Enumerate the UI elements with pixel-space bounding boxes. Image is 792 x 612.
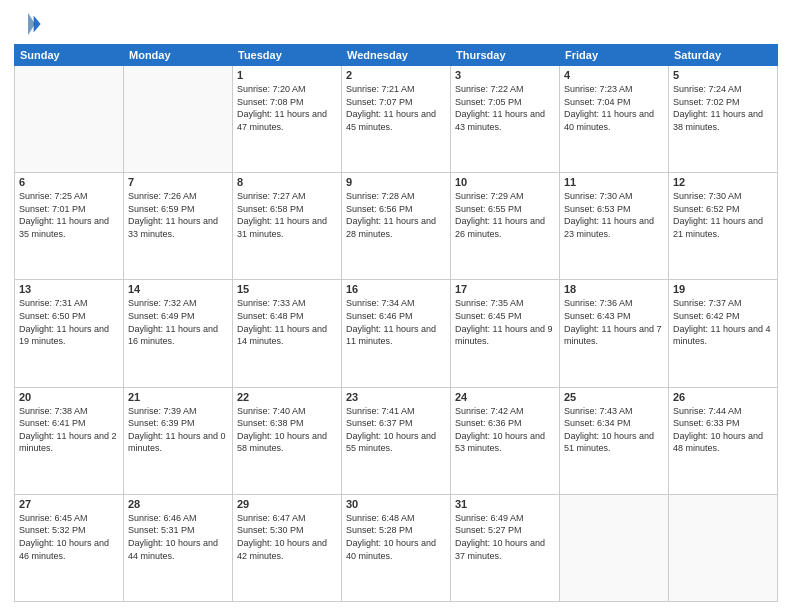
day-info: Sunrise: 7:28 AM Sunset: 6:56 PM Dayligh… bbox=[346, 190, 446, 240]
calendar-cell: 7Sunrise: 7:26 AM Sunset: 6:59 PM Daylig… bbox=[124, 173, 233, 280]
day-info: Sunrise: 7:37 AM Sunset: 6:42 PM Dayligh… bbox=[673, 297, 773, 347]
day-number: 26 bbox=[673, 391, 773, 403]
calendar-cell: 28Sunrise: 6:46 AM Sunset: 5:31 PM Dayli… bbox=[124, 494, 233, 601]
day-number: 17 bbox=[455, 283, 555, 295]
day-info: Sunrise: 7:41 AM Sunset: 6:37 PM Dayligh… bbox=[346, 405, 446, 455]
calendar-cell: 14Sunrise: 7:32 AM Sunset: 6:49 PM Dayli… bbox=[124, 280, 233, 387]
day-number: 5 bbox=[673, 69, 773, 81]
day-number: 19 bbox=[673, 283, 773, 295]
calendar-cell: 23Sunrise: 7:41 AM Sunset: 6:37 PM Dayli… bbox=[342, 387, 451, 494]
calendar-cell: 17Sunrise: 7:35 AM Sunset: 6:45 PM Dayli… bbox=[451, 280, 560, 387]
day-info: Sunrise: 7:43 AM Sunset: 6:34 PM Dayligh… bbox=[564, 405, 664, 455]
calendar-cell: 8Sunrise: 7:27 AM Sunset: 6:58 PM Daylig… bbox=[233, 173, 342, 280]
day-info: Sunrise: 7:30 AM Sunset: 6:53 PM Dayligh… bbox=[564, 190, 664, 240]
calendar-cell: 1Sunrise: 7:20 AM Sunset: 7:08 PM Daylig… bbox=[233, 66, 342, 173]
day-number: 3 bbox=[455, 69, 555, 81]
calendar-cell: 11Sunrise: 7:30 AM Sunset: 6:53 PM Dayli… bbox=[560, 173, 669, 280]
calendar-cell: 27Sunrise: 6:45 AM Sunset: 5:32 PM Dayli… bbox=[15, 494, 124, 601]
day-number: 14 bbox=[128, 283, 228, 295]
day-number: 31 bbox=[455, 498, 555, 510]
day-number: 29 bbox=[237, 498, 337, 510]
day-info: Sunrise: 6:45 AM Sunset: 5:32 PM Dayligh… bbox=[19, 512, 119, 562]
day-number: 12 bbox=[673, 176, 773, 188]
weekday-header-sunday: Sunday bbox=[15, 45, 124, 66]
day-number: 8 bbox=[237, 176, 337, 188]
calendar-cell: 21Sunrise: 7:39 AM Sunset: 6:39 PM Dayli… bbox=[124, 387, 233, 494]
day-info: Sunrise: 7:29 AM Sunset: 6:55 PM Dayligh… bbox=[455, 190, 555, 240]
day-info: Sunrise: 7:26 AM Sunset: 6:59 PM Dayligh… bbox=[128, 190, 228, 240]
calendar-cell: 6Sunrise: 7:25 AM Sunset: 7:01 PM Daylig… bbox=[15, 173, 124, 280]
calendar-cell bbox=[15, 66, 124, 173]
day-info: Sunrise: 7:21 AM Sunset: 7:07 PM Dayligh… bbox=[346, 83, 446, 133]
calendar-cell: 12Sunrise: 7:30 AM Sunset: 6:52 PM Dayli… bbox=[669, 173, 778, 280]
calendar-week-row-4: 20Sunrise: 7:38 AM Sunset: 6:41 PM Dayli… bbox=[15, 387, 778, 494]
day-number: 25 bbox=[564, 391, 664, 403]
calendar-cell: 19Sunrise: 7:37 AM Sunset: 6:42 PM Dayli… bbox=[669, 280, 778, 387]
day-number: 1 bbox=[237, 69, 337, 81]
weekday-header-saturday: Saturday bbox=[669, 45, 778, 66]
day-info: Sunrise: 7:38 AM Sunset: 6:41 PM Dayligh… bbox=[19, 405, 119, 455]
day-info: Sunrise: 7:33 AM Sunset: 6:48 PM Dayligh… bbox=[237, 297, 337, 347]
day-info: Sunrise: 7:30 AM Sunset: 6:52 PM Dayligh… bbox=[673, 190, 773, 240]
day-info: Sunrise: 6:46 AM Sunset: 5:31 PM Dayligh… bbox=[128, 512, 228, 562]
day-number: 28 bbox=[128, 498, 228, 510]
calendar-cell: 16Sunrise: 7:34 AM Sunset: 6:46 PM Dayli… bbox=[342, 280, 451, 387]
day-number: 27 bbox=[19, 498, 119, 510]
calendar-cell: 9Sunrise: 7:28 AM Sunset: 6:56 PM Daylig… bbox=[342, 173, 451, 280]
logo-icon bbox=[14, 10, 42, 38]
day-number: 7 bbox=[128, 176, 228, 188]
day-info: Sunrise: 6:48 AM Sunset: 5:28 PM Dayligh… bbox=[346, 512, 446, 562]
day-info: Sunrise: 6:49 AM Sunset: 5:27 PM Dayligh… bbox=[455, 512, 555, 562]
day-info: Sunrise: 7:40 AM Sunset: 6:38 PM Dayligh… bbox=[237, 405, 337, 455]
day-number: 11 bbox=[564, 176, 664, 188]
day-info: Sunrise: 7:22 AM Sunset: 7:05 PM Dayligh… bbox=[455, 83, 555, 133]
calendar-cell: 20Sunrise: 7:38 AM Sunset: 6:41 PM Dayli… bbox=[15, 387, 124, 494]
day-info: Sunrise: 7:20 AM Sunset: 7:08 PM Dayligh… bbox=[237, 83, 337, 133]
calendar-cell: 24Sunrise: 7:42 AM Sunset: 6:36 PM Dayli… bbox=[451, 387, 560, 494]
day-info: Sunrise: 7:36 AM Sunset: 6:43 PM Dayligh… bbox=[564, 297, 664, 347]
calendar-cell: 29Sunrise: 6:47 AM Sunset: 5:30 PM Dayli… bbox=[233, 494, 342, 601]
day-number: 2 bbox=[346, 69, 446, 81]
day-number: 20 bbox=[19, 391, 119, 403]
day-info: Sunrise: 7:31 AM Sunset: 6:50 PM Dayligh… bbox=[19, 297, 119, 347]
day-info: Sunrise: 6:47 AM Sunset: 5:30 PM Dayligh… bbox=[237, 512, 337, 562]
day-number: 21 bbox=[128, 391, 228, 403]
page: SundayMondayTuesdayWednesdayThursdayFrid… bbox=[0, 0, 792, 612]
weekday-header-monday: Monday bbox=[124, 45, 233, 66]
day-info: Sunrise: 7:27 AM Sunset: 6:58 PM Dayligh… bbox=[237, 190, 337, 240]
calendar-cell: 10Sunrise: 7:29 AM Sunset: 6:55 PM Dayli… bbox=[451, 173, 560, 280]
day-number: 6 bbox=[19, 176, 119, 188]
day-info: Sunrise: 7:35 AM Sunset: 6:45 PM Dayligh… bbox=[455, 297, 555, 347]
calendar-week-row-1: 1Sunrise: 7:20 AM Sunset: 7:08 PM Daylig… bbox=[15, 66, 778, 173]
calendar-cell: 26Sunrise: 7:44 AM Sunset: 6:33 PM Dayli… bbox=[669, 387, 778, 494]
weekday-header-thursday: Thursday bbox=[451, 45, 560, 66]
calendar-week-row-2: 6Sunrise: 7:25 AM Sunset: 7:01 PM Daylig… bbox=[15, 173, 778, 280]
day-number: 22 bbox=[237, 391, 337, 403]
calendar-cell bbox=[560, 494, 669, 601]
day-info: Sunrise: 7:42 AM Sunset: 6:36 PM Dayligh… bbox=[455, 405, 555, 455]
day-info: Sunrise: 7:34 AM Sunset: 6:46 PM Dayligh… bbox=[346, 297, 446, 347]
calendar-cell: 4Sunrise: 7:23 AM Sunset: 7:04 PM Daylig… bbox=[560, 66, 669, 173]
calendar-cell: 18Sunrise: 7:36 AM Sunset: 6:43 PM Dayli… bbox=[560, 280, 669, 387]
calendar-cell: 5Sunrise: 7:24 AM Sunset: 7:02 PM Daylig… bbox=[669, 66, 778, 173]
day-info: Sunrise: 7:32 AM Sunset: 6:49 PM Dayligh… bbox=[128, 297, 228, 347]
day-info: Sunrise: 7:23 AM Sunset: 7:04 PM Dayligh… bbox=[564, 83, 664, 133]
weekday-header-row: SundayMondayTuesdayWednesdayThursdayFrid… bbox=[15, 45, 778, 66]
day-number: 18 bbox=[564, 283, 664, 295]
day-number: 15 bbox=[237, 283, 337, 295]
calendar-cell bbox=[124, 66, 233, 173]
weekday-header-friday: Friday bbox=[560, 45, 669, 66]
weekday-header-wednesday: Wednesday bbox=[342, 45, 451, 66]
day-number: 9 bbox=[346, 176, 446, 188]
day-info: Sunrise: 7:24 AM Sunset: 7:02 PM Dayligh… bbox=[673, 83, 773, 133]
logo bbox=[14, 10, 46, 38]
day-number: 16 bbox=[346, 283, 446, 295]
calendar-cell: 2Sunrise: 7:21 AM Sunset: 7:07 PM Daylig… bbox=[342, 66, 451, 173]
calendar-cell bbox=[669, 494, 778, 601]
day-info: Sunrise: 7:25 AM Sunset: 7:01 PM Dayligh… bbox=[19, 190, 119, 240]
calendar-table: SundayMondayTuesdayWednesdayThursdayFrid… bbox=[14, 44, 778, 602]
calendar-cell: 22Sunrise: 7:40 AM Sunset: 6:38 PM Dayli… bbox=[233, 387, 342, 494]
calendar-cell: 13Sunrise: 7:31 AM Sunset: 6:50 PM Dayli… bbox=[15, 280, 124, 387]
calendar-cell: 25Sunrise: 7:43 AM Sunset: 6:34 PM Dayli… bbox=[560, 387, 669, 494]
day-info: Sunrise: 7:39 AM Sunset: 6:39 PM Dayligh… bbox=[128, 405, 228, 455]
